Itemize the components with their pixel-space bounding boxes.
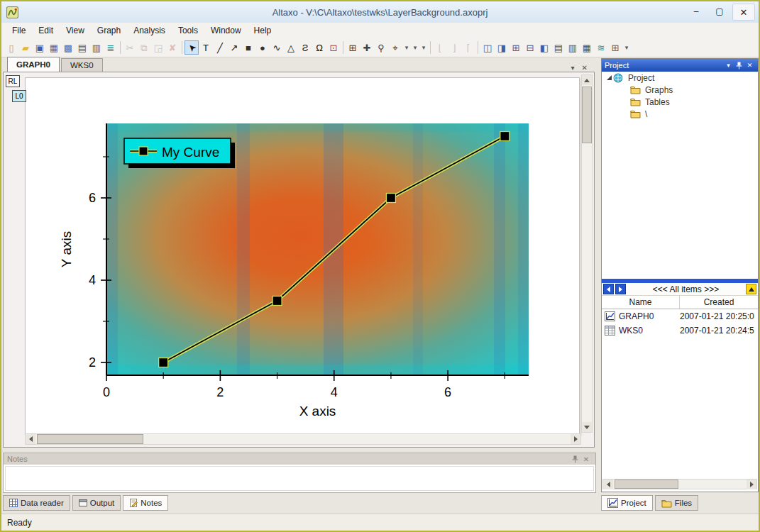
folder-up-button[interactable] [746, 284, 756, 294]
item-list-horizontal-scrollbar[interactable] [602, 479, 757, 489]
pin-icon[interactable] [569, 455, 580, 463]
project-options-button[interactable]: ≣ [104, 40, 118, 55]
menu-tools[interactable]: Tools [172, 23, 204, 38]
scroll-right-icon[interactable] [747, 480, 756, 489]
title-bar[interactable]: Altaxo - V:\C\Altaxo\testwks\LayerBackgr… [1, 1, 759, 23]
panel-tab-project[interactable]: Project [601, 495, 653, 511]
tree-item-root-folder[interactable]: \ [602, 108, 758, 120]
scroll-up-icon[interactable] [582, 75, 592, 85]
new-worksheet-button[interactable]: ▦ [47, 40, 61, 55]
extra-tools-button[interactable]: ⊞ [608, 40, 622, 55]
menu-view[interactable]: View [60, 23, 91, 38]
window-list-icon[interactable]: ▾ [571, 64, 575, 72]
minimize-button[interactable]: – [685, 4, 707, 19]
menu-analysis[interactable]: Analysis [127, 23, 172, 38]
edit-text-tool-button[interactable]: ⊡ [326, 40, 341, 55]
tab-notes[interactable]: Notes [123, 495, 168, 511]
scroll-down-icon[interactable] [582, 422, 592, 432]
y-axis-label[interactable]: Y axis [59, 231, 74, 267]
tree-item-graphs[interactable]: Graphs [602, 84, 758, 96]
x-axis-label[interactable]: X axis [299, 404, 336, 419]
add-data-columns-button[interactable]: ⊞ [509, 40, 523, 55]
notes-panel-header[interactable]: Notes ✕ [4, 453, 595, 465]
layout-tool-button[interactable]: ⊞ [346, 40, 360, 55]
save-project-button[interactable]: ▣ [33, 40, 47, 55]
graph-vertical-scrollbar[interactable] [581, 74, 593, 433]
chart-legend[interactable]: My Curve [124, 138, 235, 168]
graph-horizontal-scrollbar[interactable] [25, 433, 581, 445]
tree-expander-icon[interactable] [605, 75, 613, 80]
project-panel-header[interactable]: Project ▾ ✕ [602, 59, 758, 72]
graph-page[interactable]: 0246246X axisY axisMy Curve [25, 77, 580, 435]
tab-wks0[interactable]: WKS0 [61, 58, 103, 72]
notes-text-input[interactable] [5, 466, 594, 491]
add-data-columns-icon: ⊞ [512, 43, 520, 52]
zoom-tool-button[interactable]: ⚲ [374, 40, 388, 55]
list-item-graph0[interactable]: GRAPH02007-01-21 20:25:0 [602, 309, 758, 323]
scroll-left-icon[interactable] [603, 480, 613, 489]
menu-file[interactable]: File [6, 23, 32, 38]
curve-tool-button[interactable]: ∿ [270, 40, 284, 55]
set-column-x-button[interactable]: ◫ [480, 40, 495, 55]
new-document-button[interactable]: ▯ [4, 40, 18, 55]
polygon-tool-button[interactable]: △ [284, 40, 298, 55]
list-item-wks0[interactable]: WKS02007-01-21 20:24:5 [602, 323, 758, 338]
rescale-axes-button[interactable]: ⌖ [388, 40, 402, 55]
close-icon[interactable]: ✕ [580, 455, 592, 463]
brush-dropdown-button[interactable]: ▾ [419, 40, 428, 55]
move-tool-button[interactable]: ✚ [360, 40, 374, 55]
close-button[interactable]: ✕ [732, 4, 755, 21]
menu-window[interactable]: Window [204, 23, 248, 38]
menu-help[interactable]: Help [248, 23, 278, 38]
set-column-y-button[interactable]: ◨ [495, 40, 509, 55]
pen-dropdown-button[interactable]: ▾ [411, 40, 419, 55]
close-icon[interactable]: ✕ [744, 62, 755, 69]
horizontal-splitter[interactable] [3, 448, 595, 453]
layer-0-button[interactable]: L0 [12, 90, 26, 102]
pointer-tool-button[interactable]: ➤ [185, 40, 199, 55]
line-tool-button[interactable]: ╱ [213, 40, 227, 55]
scrollbar-thumb[interactable] [37, 434, 143, 444]
column-header-name[interactable]: Name [602, 296, 680, 309]
maximize-button[interactable]: ▢ [709, 4, 730, 19]
print-button[interactable]: ▤ [75, 40, 89, 55]
print-options-button[interactable]: ▥ [89, 40, 104, 55]
menu-graph[interactable]: Graph [91, 23, 127, 38]
svg-text:2: 2 [216, 385, 224, 399]
scrollbar-thumb[interactable] [582, 87, 592, 143]
panel-tab-files[interactable]: Files [655, 495, 698, 511]
set-column-group-button[interactable]: ◧ [537, 40, 551, 55]
scroll-right-icon[interactable] [571, 434, 580, 444]
add-property-columns-button[interactable]: ⊟ [523, 40, 537, 55]
tree-item-project[interactable]: Project [602, 72, 758, 84]
toolbar-overflow-button[interactable]: ▾ [622, 40, 631, 55]
vertical-splitter[interactable] [595, 57, 601, 493]
new-graph-button[interactable]: ▩ [61, 40, 75, 55]
scroll-left-icon[interactable] [26, 434, 35, 444]
menu-edit[interactable]: Edit [32, 23, 60, 38]
scrollbar-thumb[interactable] [615, 480, 678, 489]
root-layer-button[interactable]: RL [6, 75, 20, 87]
ellipse-tool-button[interactable]: ● [255, 40, 270, 55]
pin-icon[interactable] [734, 62, 744, 70]
zoom-dropdown-button[interactable]: ▾ [402, 40, 411, 55]
worksheet-plot-scatter-button[interactable]: ▥ [566, 40, 580, 55]
tree-item-tables[interactable]: Tables [602, 96, 758, 108]
close-document-icon[interactable]: ✕ [582, 64, 588, 72]
open-project-button[interactable]: ▰ [18, 40, 33, 55]
text-tool-button[interactable]: T [199, 40, 213, 55]
worksheet-plot-line-button[interactable]: ▤ [551, 40, 566, 55]
closed-spline-tool-button[interactable]: Ω [312, 40, 326, 55]
chevron-down-icon[interactable]: ▾ [723, 62, 734, 69]
worksheet-plot-both-button[interactable]: ▦ [580, 40, 594, 55]
tab-data-reader[interactable]: Data reader [3, 495, 70, 511]
worksheet-functions-button[interactable]: ≋ [594, 40, 608, 55]
history-back-button[interactable] [603, 284, 614, 294]
arrow-tool-button[interactable]: ↗ [227, 40, 241, 55]
tab-output[interactable]: Output [72, 495, 121, 511]
tab-graph0[interactable]: GRAPH0 [7, 57, 60, 72]
history-forward-button[interactable] [615, 284, 626, 294]
column-header-created[interactable]: Created [680, 296, 758, 309]
open-spline-tool-button[interactable]: Ƨ [298, 40, 312, 55]
rectangle-tool-button[interactable]: ■ [241, 40, 255, 55]
